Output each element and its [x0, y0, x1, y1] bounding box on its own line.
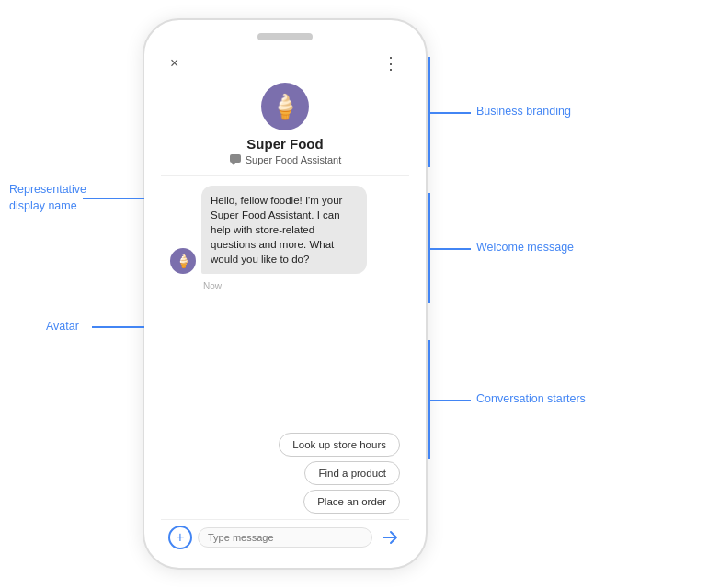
welcome-message-label: Welcome message: [476, 241, 574, 254]
chat-area: 🍦 Hello, fellow foodie! I'm your Super F…: [161, 178, 409, 429]
avatar: 🍦: [170, 248, 196, 274]
phone-notch: [257, 33, 313, 40]
welcome-message-line: [428, 248, 471, 250]
screen-top-bar: × ⋮: [161, 46, 409, 77]
message-row: 🍦 Hello, fellow foodie! I'm your Super F…: [170, 186, 400, 274]
send-icon: [381, 528, 399, 547]
conv-starters-label: Conversation starters: [476, 392, 586, 405]
message-timestamp: Now: [203, 281, 400, 291]
starter-place-order[interactable]: Place an order: [303, 490, 400, 514]
brand-logo-emoji: 🍦: [270, 93, 300, 121]
send-button[interactable]: [378, 526, 402, 549]
conv-starters-line: [428, 400, 471, 401]
more-button[interactable]: ⋮: [383, 53, 400, 74]
svg-marker-1: [232, 163, 235, 165]
rep-display-name-line: [83, 198, 144, 199]
starters-section: Look up store hours Find a product Place…: [161, 429, 409, 519]
business-branding-label: Business branding: [476, 105, 571, 118]
svg-rect-0: [230, 154, 241, 163]
avatar-line: [92, 326, 144, 328]
rep-display-name: Super Food Assistant: [246, 154, 342, 165]
divider-1: [161, 175, 409, 176]
starter-look-up-store-hours[interactable]: Look up store hours: [279, 433, 400, 457]
rep-name-row: Super Food Assistant: [229, 153, 342, 166]
input-bar: +: [161, 519, 409, 555]
rep-chat-icon: [229, 153, 242, 166]
avatar-label: Avatar: [46, 320, 79, 333]
message-input[interactable]: [198, 527, 372, 548]
rep-display-name-label: Representativedisplay name: [9, 182, 86, 214]
phone-shell: × ⋮ 🍦 Super Food Super Food Assistant: [143, 18, 428, 570]
avatar-emoji: 🍦: [176, 254, 191, 268]
welcome-message-bubble: Hello, fellow foodie! I'm your Super Foo…: [201, 186, 367, 274]
starter-find-product[interactable]: Find a product: [304, 461, 400, 485]
business-branding-line: [428, 112, 471, 114]
scene: × ⋮ 🍦 Super Food Super Food Assistant: [0, 0, 708, 588]
brand-name: Super Food: [246, 136, 323, 152]
close-button[interactable]: ×: [170, 55, 178, 72]
brand-logo: 🍦: [261, 83, 309, 130]
add-button[interactable]: +: [168, 526, 192, 549]
brand-section: 🍦 Super Food Super Food Assistant: [161, 77, 409, 174]
screen: × ⋮ 🍦 Super Food Super Food Assistant: [161, 46, 409, 555]
